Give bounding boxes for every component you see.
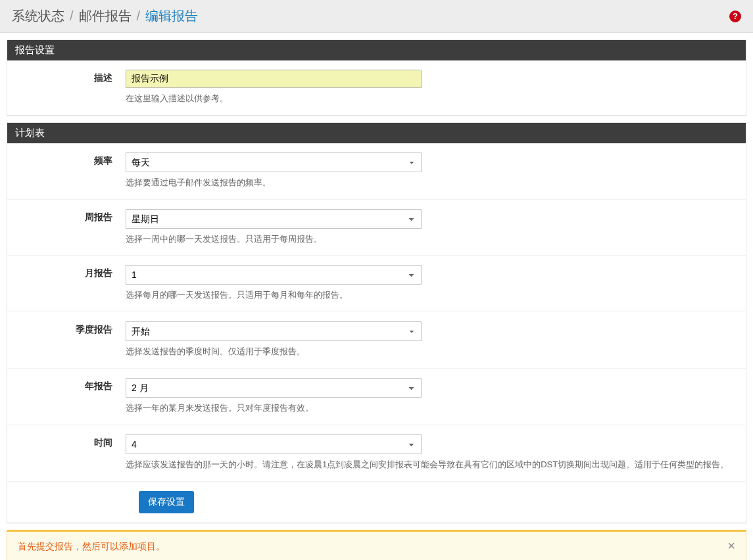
- label-week-report: 周报告: [7, 209, 126, 246]
- help-text-year-report: 选择一年的某月来发送报告。只对年度报告有效。: [126, 402, 733, 415]
- description-input[interactable]: [126, 70, 422, 88]
- breadcrumb: 系统状态 / 邮件报告 / 编辑报告: [12, 7, 729, 25]
- help-text-frequency: 选择要通过电子邮件发送报告的频率。: [126, 176, 733, 190]
- save-button[interactable]: 保存设置: [139, 491, 194, 513]
- breadcrumb-item-system-status[interactable]: 系统状态: [12, 7, 64, 25]
- label-frequency: 频率: [7, 152, 126, 190]
- form-row-quarter-report: 季度报告 开始 选择发送报告的季度时间。仅适用于季度报告。: [7, 312, 746, 369]
- time-select[interactable]: 4: [126, 434, 422, 454]
- page-header: 系统状态 / 邮件报告 / 编辑报告 ?: [0, 0, 753, 33]
- help-text-quarter-report: 选择发送报告的季度时间。仅适用于季度报告。: [126, 345, 733, 359]
- form-row-year-report: 年报告 2 月 选择一年的某月来发送报告。只对年度报告有效。: [7, 369, 746, 425]
- year-report-select[interactable]: 2 月: [126, 378, 422, 398]
- panel-heading-report-settings: 报告设置: [7, 40, 746, 60]
- panel-heading-schedule: 计划表: [7, 123, 746, 143]
- label-description: 描述: [7, 70, 126, 106]
- breadcrumb-item-edit-report: 编辑报告: [145, 7, 198, 25]
- breadcrumb-item-email-reports[interactable]: 邮件报告: [79, 7, 132, 25]
- label-time: 时间: [7, 434, 126, 472]
- label-month-report: 月报告: [7, 265, 126, 302]
- label-quarter-report: 季度报告: [7, 321, 126, 359]
- help-icon[interactable]: ?: [729, 11, 741, 22]
- form-row-month-report: 月报告 1 选择每月的哪一天发送报告。只适用于每月和每年的报告。: [7, 256, 746, 312]
- panel-report-settings: 报告设置 描述 在这里输入描述以供参考。: [7, 39, 746, 116]
- form-row-description: 描述 在这里输入描述以供参考。: [7, 60, 746, 115]
- alert-warning-text: 首先提交报告，然后可以添加项目。: [18, 541, 165, 551]
- alert-warning: 首先提交报告，然后可以添加项目。 ×: [7, 530, 746, 560]
- frequency-select[interactable]: 每天: [126, 152, 422, 172]
- week-report-select[interactable]: 星期日: [126, 209, 422, 229]
- close-icon[interactable]: ×: [723, 538, 739, 553]
- panel-schedule: 计划表 频率 每天 选择要通过电子邮件发送报告的频率。 周报告 星期日 选择一周…: [7, 122, 746, 523]
- breadcrumb-separator: /: [70, 9, 74, 24]
- form-row-frequency: 频率 每天 选择要通过电子邮件发送报告的频率。: [7, 143, 746, 200]
- form-row-week-report: 周报告 星期日 选择一周中的哪一天发送报告。只适用于每周报告。: [7, 200, 746, 256]
- actions-row: 保存设置: [7, 482, 746, 523]
- quarter-report-select[interactable]: 开始: [126, 321, 422, 341]
- label-year-report: 年报告: [7, 378, 126, 415]
- form-row-time: 时间 4 选择应该发送报告的那一天的小时。请注意，在凌晨1点到凌晨之间安排报表可…: [7, 425, 746, 482]
- help-text-time: 选择应该发送报告的那一天的小时。请注意，在凌晨1点到凌晨之间安排报表可能会导致在…: [126, 458, 733, 472]
- help-text-month-report: 选择每月的哪一天发送报告。只适用于每月和每年的报告。: [126, 289, 733, 302]
- help-text-description: 在这里输入描述以供参考。: [126, 92, 733, 106]
- month-report-select[interactable]: 1: [126, 265, 422, 285]
- breadcrumb-separator: /: [137, 9, 141, 24]
- help-text-week-report: 选择一周中的哪一天发送报告。只适用于每周报告。: [126, 233, 733, 246]
